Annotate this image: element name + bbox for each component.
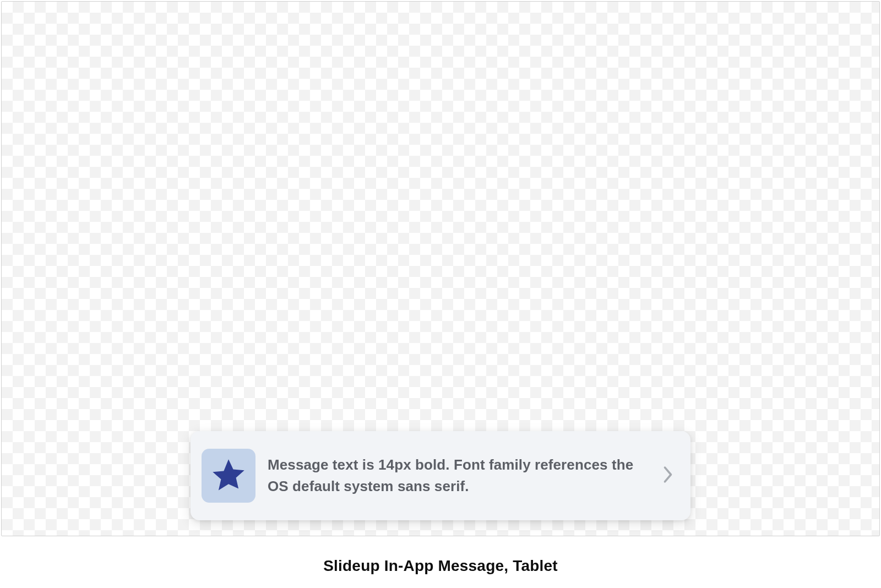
star-icon <box>209 455 248 496</box>
disclosure-chevron[interactable] <box>659 462 677 489</box>
slideup-message[interactable]: Message text is 14px bold. Font family r… <box>191 431 690 520</box>
chevron-right-icon <box>662 464 674 487</box>
message-icon-tile <box>202 449 255 503</box>
message-text: Message text is 14px bold. Font family r… <box>268 454 646 497</box>
figure-caption: Slideup In-App Message, Tablet <box>0 557 881 575</box>
preview-canvas: Message text is 14px bold. Font family r… <box>1 1 880 536</box>
